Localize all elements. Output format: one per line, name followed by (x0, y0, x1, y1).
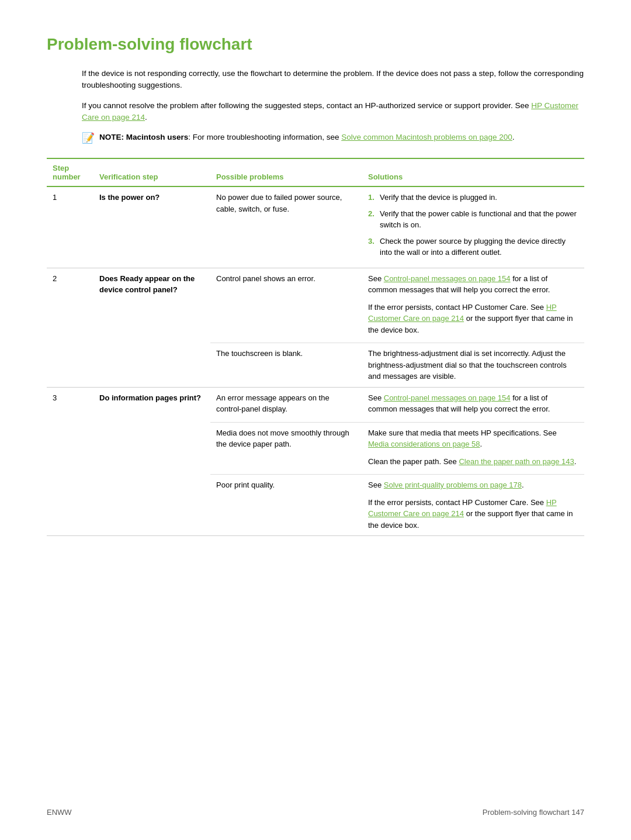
page-footer: ENWW Problem-solving flowchart 147 (47, 808, 584, 817)
page-title: Problem-solving flowchart (47, 35, 584, 54)
verification-step: Do information pages print? (93, 387, 210, 536)
sol-num: 3. (368, 236, 375, 247)
possible-problem: The touchscreen is blank. (210, 343, 362, 388)
table-header-row: Stepnumber Verification step Possible pr… (47, 158, 584, 186)
sol-num: 1. (368, 192, 375, 203)
solution-text: Verify that the device is plugged in. (380, 193, 497, 202)
solutions-cell: See Control-panel messages on page 154 f… (362, 268, 584, 343)
col-solutions: Solutions (362, 158, 584, 186)
print-quality-link[interactable]: Solve print-quality problems on page 178 (384, 481, 522, 489)
verification-step: Is the power on? (93, 186, 210, 268)
customer-care-link-2[interactable]: HP Customer Care on page 214 (368, 498, 557, 518)
step-number: 3 (47, 387, 93, 536)
clean-paper-link[interactable]: Clean the paper path on page 143 (459, 457, 574, 466)
possible-problem: Poor print quality. (210, 475, 362, 536)
note-text: NOTE: Macintosh users: For more troubles… (99, 132, 515, 143)
table-row: 1 Is the power on? No power due to faile… (47, 186, 584, 268)
solution-para: See Solve print-quality problems on page… (368, 479, 578, 491)
note-macintosh-users: Macintosh users (126, 133, 189, 141)
intro-para2: If you cannot resolve the problem after … (82, 100, 584, 124)
table-row: 2 Does Ready appear on the device contro… (47, 268, 584, 343)
col-verification: Verification step (93, 158, 210, 186)
intro-para2-text: If you cannot resolve the problem after … (82, 101, 531, 110)
intro-para2-suffix: . (145, 113, 147, 122)
verification-step: Does Ready appear on the device control … (93, 268, 210, 387)
intro-para1: If the device is not responding correctl… (82, 68, 584, 92)
solutions-cell: The brightness-adjustment dial is set in… (362, 343, 584, 388)
customer-care-link-1[interactable]: HP Customer Care on page 214 (368, 303, 557, 323)
solution-para: See Control-panel messages on page 154 f… (368, 273, 578, 296)
solution-para: See Control-panel messages on page 154 f… (368, 392, 578, 415)
possible-problem: Media does not move smoothly through the… (210, 422, 362, 475)
solution-para: Make sure that media that meets HP speci… (368, 427, 578, 450)
footer-right: Problem-solving flowchart 147 (483, 808, 584, 817)
step-number: 1 (47, 186, 93, 268)
macintosh-link[interactable]: Solve common Macintosh problems on page … (341, 133, 512, 141)
solution-para: Clean the paper path. See Clean the pape… (368, 456, 578, 468)
possible-problem: Control panel shows an error. (210, 268, 362, 343)
media-link[interactable]: Media considerations on page 58 (368, 440, 480, 448)
table-row: 3 Do information pages print? An error m… (47, 387, 584, 422)
control-panel-link-2[interactable]: Control-panel messages on page 154 (384, 393, 511, 402)
sol-num: 2. (368, 208, 375, 220)
solution-para: If the error persists, contact HP Custom… (368, 302, 578, 336)
solutions-cell: 1. Verify that the device is plugged in.… (362, 186, 584, 268)
step-number: 2 (47, 268, 93, 387)
possible-problem: No power due to failed power source, cab… (210, 186, 362, 268)
solution-text: Check the power source by plugging the d… (380, 237, 566, 257)
control-panel-link-1[interactable]: Control-panel messages on page 154 (384, 274, 511, 283)
col-problems: Possible problems (210, 158, 362, 186)
note-end: . (512, 133, 515, 141)
footer-left: ENWW (47, 808, 72, 817)
solution-text: Verify that the power cable is functiona… (380, 209, 577, 230)
note-mid: : For more troubleshooting information, … (188, 133, 341, 141)
solution-para: If the error persists, contact HP Custom… (368, 497, 578, 531)
note-icon: 📝 (82, 130, 95, 146)
solutions-cell: Make sure that media that meets HP speci… (362, 422, 584, 475)
possible-problem: An error message appears on the control-… (210, 387, 362, 422)
solution-para: The brightness-adjustment dial is set in… (368, 348, 578, 382)
col-step: Stepnumber (47, 158, 93, 186)
solutions-cell: See Control-panel messages on page 154 f… (362, 387, 584, 422)
solutions-cell: See Solve print-quality problems on page… (362, 475, 584, 536)
main-table: Stepnumber Verification step Possible pr… (47, 158, 584, 536)
note-box: 📝 NOTE: Macintosh users: For more troubl… (82, 132, 584, 146)
note-label: NOTE: (99, 133, 126, 141)
